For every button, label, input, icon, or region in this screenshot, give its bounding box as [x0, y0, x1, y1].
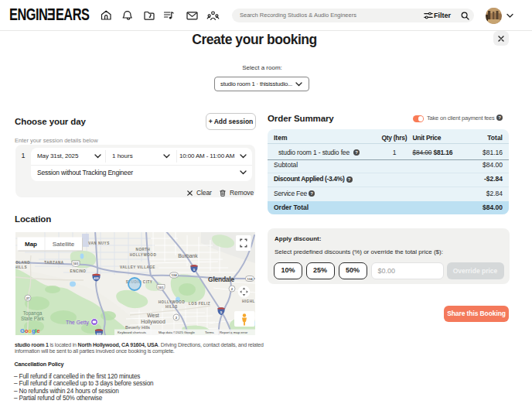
svg-text:Map: Map [25, 241, 37, 248]
svg-text:Beverly Hills: Beverly Hills [125, 325, 150, 330]
svg-text:HILLS: HILLS [15, 265, 27, 269]
svg-text:LOS FELIZ: LOS FELIZ [189, 302, 210, 306]
svg-text:Hollywood: Hollywood [141, 319, 165, 325]
svg-text:Burbank: Burbank [178, 253, 198, 258]
svg-text:27: 27 [26, 296, 30, 300]
svg-text:HILLS: HILLS [165, 305, 178, 309]
svg-text:Report a map error: Report a map error [220, 330, 248, 334]
svg-text:Map data ©2025 Google: Map data ©2025 Google [159, 330, 195, 334]
svg-text:NORTH: NORTH [136, 248, 151, 252]
svg-text:West: West [147, 313, 159, 318]
svg-text:Keyboard shortcuts: Keyboard shortcuts [118, 330, 146, 334]
svg-text:The Getty: The Getty [66, 320, 89, 326]
svg-text:OODLAND: OODLAND [15, 261, 30, 265]
svg-text:VALLEY VILLAGE: VALLEY VILLAGE [120, 265, 155, 269]
svg-text:134: 134 [172, 273, 178, 277]
svg-text:HIGHL: HIGHL [242, 300, 255, 303]
svg-text:Glendale: Glendale [208, 276, 234, 283]
svg-text:VAN NUYS: VAN NUYS [88, 241, 109, 245]
svg-text:e: e [37, 327, 40, 334]
svg-text:ENCINO: ENCINO [70, 269, 87, 273]
svg-text:TARZANA: TARZANA [44, 261, 64, 265]
svg-text:101: 101 [159, 286, 165, 289]
svg-text:HOLLYWOOD: HOLLYWOOD [159, 300, 186, 304]
svg-text:101: 101 [73, 262, 80, 265]
svg-text:405: 405 [94, 277, 98, 280]
svg-text:HOLLYWOOD: HOLLYWOOD [130, 253, 157, 257]
svg-text:134: 134 [247, 277, 254, 281]
svg-text:State Park: State Park [21, 316, 45, 321]
svg-text:Satellite: Satellite [53, 241, 75, 248]
svg-text:405: 405 [97, 333, 101, 335]
svg-text:Terms: Terms [205, 330, 214, 334]
